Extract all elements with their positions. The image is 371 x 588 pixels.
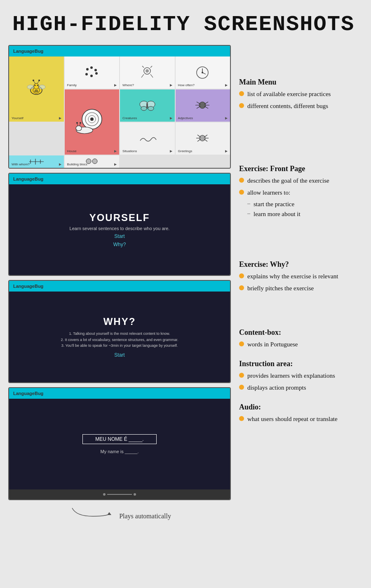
annotation-main-menu: Main Menu list of available exercise pra… (239, 78, 363, 114)
dots-illustration (82, 64, 101, 81)
why-screenshot: LanguageBug WHY? 1. Talking about yourse… (8, 280, 231, 383)
annotation-instruction-heading: Instruction area: (239, 360, 363, 368)
cell-label-greetings: Greetings (178, 149, 193, 153)
annotation-content-item-1: words in Portuguese (239, 340, 363, 349)
svg-point-5 (39, 85, 45, 89)
bullet-orange-instruction-2 (239, 385, 244, 390)
screenshots-column: LanguageBug (8, 45, 231, 528)
annotation-instruction-text-2: displays action prompts (247, 383, 306, 392)
portuguese-content[interactable]: MEU NOME É _____. (82, 434, 157, 444)
bullet-orange-front-2 (239, 190, 244, 195)
butterfly-illustration (138, 98, 157, 113)
svg-point-12 (38, 80, 40, 81)
annotation-exercise-why: Exercise: Why? explains why the exercise… (239, 260, 363, 296)
svg-point-20 (95, 72, 98, 75)
annotation-audio: Audio: what users should repeat or trans… (239, 403, 363, 427)
bullet-orange-why-1 (239, 273, 244, 278)
content-area: MEU NOME É _____. My name is _____. (9, 399, 230, 489)
menu-cell-howoften: How often? ▶ (176, 56, 230, 89)
audio-line (107, 494, 132, 495)
exercise-front-screenshot: LanguageBug YOURSELF Learn several sente… (8, 173, 231, 276)
annotation-content-heading: Content-box: (239, 328, 363, 337)
annotation-exercise-front: Exercise: Front Page describes the goal … (239, 165, 363, 220)
svg-line-23 (142, 66, 144, 68)
menu-cell-yourself: Yourself ▶ (9, 56, 64, 122)
svg-point-53 (200, 135, 205, 141)
exercise-front-content: YOURSELF Learn several sentences to desc… (9, 184, 230, 275)
annotation-front-text-1: describes the goal of the exercise (247, 176, 329, 185)
menu-cell-situations: Situations ▶ (120, 122, 175, 155)
annotation-instruction-item-1: provides learners with explanations (239, 372, 363, 380)
bullet-orange-why-2 (239, 285, 244, 290)
svg-point-43 (141, 106, 147, 111)
cell-label-situations: Situations (122, 149, 137, 153)
why-start-link[interactable]: Start (114, 352, 124, 358)
bug4-illustration (27, 155, 46, 168)
annotation-why-heading: Exercise: Why? (239, 260, 363, 269)
why-point-3: 3. You'll be able to speak for ~3min in … (61, 343, 178, 348)
svg-point-7 (35, 85, 36, 86)
annotation-main-menu-heading: Main Menu (239, 78, 363, 87)
cell-label-family: Family (67, 83, 77, 87)
bullet-orange-mm-1 (239, 91, 244, 96)
svg-point-18 (85, 73, 88, 75)
topbar-3: LanguageBug (9, 281, 230, 292)
annotation-front-subtext-2: learn more about it (254, 210, 301, 219)
annotation-mm-item-1: list of available exercise practices (239, 90, 363, 99)
english-translation: My name is _____. (101, 449, 139, 454)
why-title: WHY? (103, 316, 136, 327)
annotation-front-heading: Exercise: Front Page (239, 165, 363, 173)
annotation-audio-item-1: what users should repeat or translate (239, 415, 363, 423)
annotation-content-box: Content-box: words in Portuguese (239, 328, 363, 352)
content-screenshot: LanguageBug MEU NOME É _____. My name is… (8, 387, 231, 500)
main-menu-screenshot: LanguageBug (8, 45, 231, 169)
topbar-2-label: LanguageBug (13, 176, 43, 181)
cell-label-yourself: Yourself (12, 116, 23, 120)
topbar-2: LanguageBug (9, 174, 230, 184)
clock-illustration (193, 64, 212, 81)
bullet-orange-content-1 (239, 341, 244, 346)
cell-label-house: House (67, 149, 77, 153)
cell-label-withwhom: With whom? (12, 162, 30, 166)
annotation-audio-text-1: what users should repeat or translate (247, 415, 338, 423)
svg-line-9 (33, 81, 35, 84)
topbar-3-label: LanguageBug (13, 284, 43, 289)
menu-cell-creatures: Creatures ▶ (120, 89, 175, 122)
why-content: WHY? 1. Talking about yourself is the mo… (9, 292, 230, 382)
svg-point-6 (34, 83, 39, 89)
topbar-1: LanguageBug (9, 46, 230, 56)
annotation-front-text-2: allow learners to: (247, 188, 290, 197)
annotation-instruction: Instruction area: provides learners with… (239, 360, 363, 395)
wave-illustration (138, 132, 157, 145)
bullet-orange-audio-1 (239, 416, 244, 421)
annotation-front-item-1: describes the goal of the exercise (239, 176, 363, 185)
svg-point-44 (148, 106, 154, 111)
snail-illustration (75, 103, 108, 141)
svg-marker-66 (107, 512, 111, 515)
svg-point-36 (76, 126, 82, 131)
annotation-mm-item-2: different contents, different bugs (239, 102, 363, 111)
menu-cell-where: Where? ▶ (120, 56, 175, 89)
annotation-audio-heading: Audio: (239, 403, 363, 412)
svg-point-4 (27, 85, 34, 89)
why-link[interactable]: Why? (113, 242, 126, 247)
svg-point-17 (94, 69, 97, 71)
page-title: HIGH-FIDELITY SCREENSHOTS (0, 0, 371, 45)
why-list: 1. Talking about yourself is the most re… (61, 331, 178, 348)
svg-line-26 (150, 74, 153, 78)
annotation-why-text-2: briefly pitches the exercise (247, 284, 314, 293)
svg-line-24 (150, 66, 152, 68)
bug2-illustration (138, 64, 157, 81)
audio-dot-1 (103, 493, 106, 496)
svg-point-19 (90, 75, 93, 77)
annotation-content-text-1: words in Portuguese (247, 340, 298, 349)
annotation-front-sub-2: – learn more about it (247, 210, 363, 219)
annotation-front-item-2: allow learners to: (239, 188, 363, 197)
svg-point-45 (146, 102, 148, 109)
start-link[interactable]: Start (114, 233, 124, 239)
exercise-subtitle: Learn several sentences to describe who … (70, 226, 170, 231)
svg-point-39 (76, 122, 78, 124)
annotation-mm-text-2: different contents, different bugs (247, 102, 328, 111)
menu-cell-house: House ▶ (65, 89, 120, 155)
svg-point-11 (33, 80, 34, 81)
